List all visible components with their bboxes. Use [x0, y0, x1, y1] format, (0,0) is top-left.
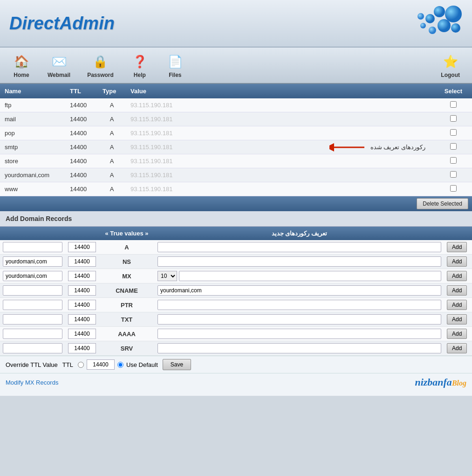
record-value-input[interactable]	[157, 314, 441, 324]
nav-logout-label: Logout	[441, 72, 460, 78]
col-header-name: Name	[0, 84, 65, 98]
form-value-cell	[155, 240, 444, 255]
add-records-title: Add Domain Records	[0, 211, 472, 227]
form-ttl-cell	[65, 269, 99, 283]
mx-priority-select[interactable]: 102030	[157, 271, 177, 281]
record-ttl-input[interactable]	[68, 329, 96, 339]
home-icon: 🏠	[12, 52, 31, 71]
form-value-cell-mx: 102030	[155, 269, 444, 283]
add-record-button[interactable]: Add	[447, 300, 467, 310]
ttl-radio-group: Use Default	[78, 359, 158, 370]
add-record-button[interactable]: Add	[447, 256, 467, 267]
svg-point-6	[420, 23, 426, 28]
dns-select-checkbox[interactable]	[450, 171, 457, 178]
record-ttl-input[interactable]	[68, 285, 96, 296]
form-type-cell: AAAA	[99, 327, 155, 341]
record-ttl-input[interactable]	[68, 242, 96, 252]
form-type-cell: MX	[99, 269, 155, 283]
dns-value-cell: 93.115.190.181	[130, 130, 172, 137]
nav-webmail[interactable]: ✉️ Webmail	[40, 50, 78, 80]
dns-select-checkbox[interactable]	[450, 143, 457, 150]
dns-type: A	[98, 112, 126, 126]
dns-type: A	[98, 182, 126, 196]
svg-point-2	[425, 14, 435, 23]
dns-value-annotated: 93.115.190.181 رکوردهای تعریف شده	[130, 144, 430, 151]
dns-value-cell: 93.115.190.181	[130, 186, 172, 193]
delete-selected-button[interactable]: Delete Selected	[417, 198, 468, 209]
ttl-radio-custom[interactable]	[78, 362, 84, 368]
form-name-cell	[0, 298, 65, 312]
dns-select-checkbox[interactable]	[450, 115, 457, 122]
dns-ttl: 14400	[65, 140, 98, 154]
record-value-input[interactable]	[157, 300, 441, 310]
add-record-button[interactable]: Add	[447, 242, 467, 252]
dns-ttl: 14400	[65, 182, 98, 196]
form-type-cell: PTR	[99, 298, 155, 312]
record-name-input[interactable]	[3, 271, 62, 281]
dns-value: 93.115.190.181	[126, 98, 435, 112]
dns-value: 93.115.190.181 رکوردهای تعریف شده	[126, 140, 435, 154]
modify-mx-link[interactable]: Modify MX Records	[6, 379, 58, 386]
form-action-cell: Add	[444, 255, 472, 269]
col-header-ttl: TTL	[65, 84, 98, 98]
record-name-input[interactable]	[3, 300, 62, 310]
record-name-input[interactable]	[3, 329, 62, 339]
nav-files[interactable]: 📄 Files	[158, 50, 192, 80]
form-ttl-cell	[65, 255, 99, 269]
dns-value: 93.115.190.181	[126, 112, 435, 126]
form-value-cell	[155, 341, 444, 356]
record-name-input[interactable]	[3, 285, 62, 296]
nav-help-label: Help	[134, 72, 146, 78]
record-value-input[interactable]	[157, 242, 441, 252]
nav-home[interactable]: 🏠 Home	[5, 50, 38, 80]
add-record-row: A Add	[0, 240, 472, 255]
record-ttl-input[interactable]	[68, 314, 96, 324]
record-value-input[interactable]	[157, 329, 441, 339]
record-ttl-input[interactable]	[68, 300, 96, 310]
annotation-text: رکوردهای تعریف شده	[370, 144, 425, 151]
dns-table-row: mail 14400 A 93.115.190.181	[0, 112, 472, 126]
form-col-new-records: تعریف رکوردهای جدید	[155, 227, 444, 240]
record-value-input[interactable]	[157, 285, 441, 296]
record-ttl-input[interactable]	[68, 271, 96, 281]
dns-select-cell	[435, 154, 472, 168]
record-ttl-input[interactable]	[68, 343, 96, 353]
nav-help[interactable]: ❓ Help	[123, 50, 157, 80]
mx-value-input[interactable]	[179, 271, 441, 281]
dns-select-cell	[435, 98, 472, 112]
nav-password[interactable]: 🔒 Password	[80, 50, 121, 80]
add-record-button[interactable]: Add	[447, 285, 467, 296]
arrow-icon	[329, 140, 367, 154]
dns-select-cell	[435, 126, 472, 140]
ttl-radio-default[interactable]	[117, 362, 123, 368]
record-name-input[interactable]	[3, 314, 62, 324]
dns-select-checkbox[interactable]	[450, 101, 457, 108]
save-ttl-button[interactable]: Save	[163, 359, 191, 370]
nav-logout[interactable]: ⭐ Logout	[433, 50, 467, 80]
record-name-input[interactable]	[3, 256, 62, 267]
dns-table-row: www 14400 A 93.115.190.181	[0, 182, 472, 196]
dns-ttl: 14400	[65, 126, 98, 140]
dns-type: A	[98, 154, 126, 168]
dns-select-checkbox[interactable]	[450, 129, 457, 136]
form-action-cell: Add	[444, 269, 472, 283]
dns-select-checkbox[interactable]	[450, 185, 457, 192]
add-record-button[interactable]: Add	[447, 271, 467, 281]
record-value-input[interactable]	[157, 343, 441, 353]
dns-value: 93.115.190.181	[126, 182, 435, 196]
add-record-button[interactable]: Add	[447, 343, 467, 353]
dns-table-row: pop 14400 A 93.115.190.181	[0, 126, 472, 140]
use-default-label: Use Default	[126, 361, 158, 368]
dns-ttl: 14400	[65, 98, 98, 112]
dns-select-checkbox[interactable]	[450, 157, 457, 164]
add-record-button[interactable]: Add	[447, 329, 467, 339]
record-ttl-input[interactable]	[68, 256, 96, 267]
dns-select-cell	[435, 112, 472, 126]
record-value-input[interactable]	[157, 256, 441, 267]
form-action-cell: Add	[444, 298, 472, 312]
add-record-row: NS Add	[0, 255, 472, 269]
record-name-input[interactable]	[3, 242, 62, 252]
ttl-override-input[interactable]	[87, 359, 115, 370]
record-name-input[interactable]	[3, 343, 62, 353]
add-record-button[interactable]: Add	[447, 314, 467, 324]
